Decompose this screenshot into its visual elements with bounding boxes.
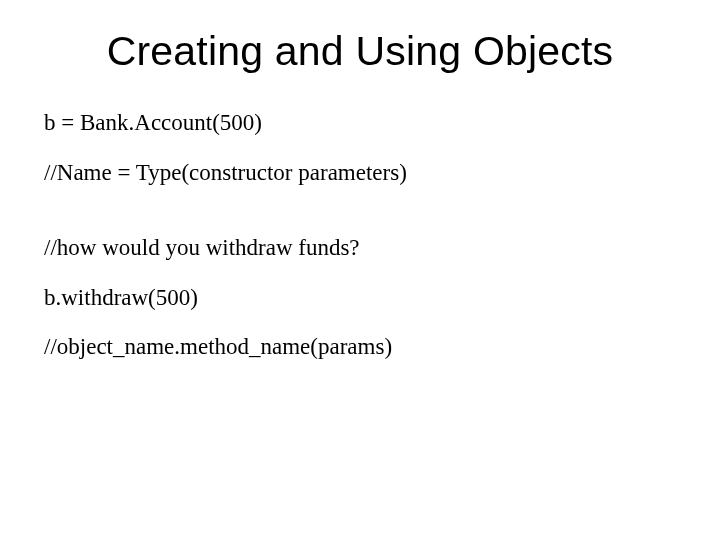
comment-line-question: //how would you withdraw funds? [44,234,676,262]
code-line-withdraw: b.withdraw(500) [44,284,676,312]
slide: Creating and Using Objects b = Bank.Acco… [0,0,720,540]
comment-line-constructor-pattern: //Name = Type(constructor parameters) [44,159,676,187]
code-line-instantiate: b = Bank.Account(500) [44,109,676,137]
spacer [44,208,676,234]
slide-title: Creating and Using Objects [44,28,676,75]
comment-line-method-pattern: //object_name.method_name(params) [44,333,676,361]
